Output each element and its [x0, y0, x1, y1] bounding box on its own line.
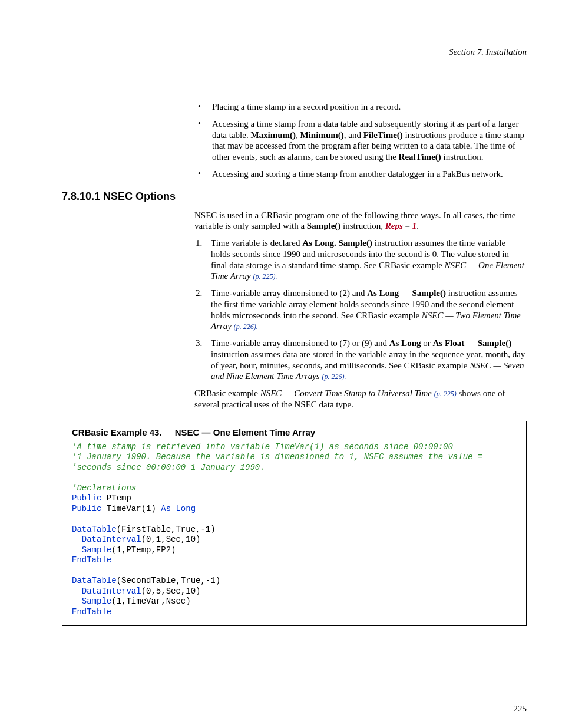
numbered-item: Time-variable array dimensioned to (2) a…	[194, 288, 527, 332]
page-ref-link[interactable]: (p. 225).	[253, 272, 277, 281]
text: —	[464, 338, 478, 348]
heading-number: 7.8.10.1	[62, 190, 100, 202]
page-ref-link[interactable]: (p. 225)	[434, 390, 457, 398]
text: Time-variable array dimensioned to (2) a…	[211, 288, 367, 298]
bullet-item: Accessing a time stamp from a data table…	[194, 118, 527, 163]
bold-term: Sample()	[412, 288, 446, 298]
page-ref-link[interactable]: (p. 226).	[234, 322, 258, 331]
bullet-item: Accessing and storing a time stamp from …	[194, 169, 527, 180]
bold-term: As Float	[432, 338, 464, 348]
text: instruction,	[340, 221, 385, 230]
text: =	[403, 221, 412, 230]
text: CRBasic example	[194, 388, 260, 398]
numbered-item: Time variable is declared As Long. Sampl…	[194, 238, 527, 282]
bold-term: Sample()	[478, 338, 512, 348]
example-title: CRBasic Example 43. NSEC — One Element T…	[62, 421, 526, 442]
page-ref-link[interactable]: (p. 226).	[322, 373, 346, 381]
bullet-list: Placing a time stamp in a second positio…	[194, 101, 527, 180]
content-column: Placing a time stamp in a second positio…	[194, 101, 527, 180]
example-ref: NSEC — Convert Time Stamp to Universal T…	[260, 388, 434, 398]
example-desc: NSEC — One Element Time Array	[175, 427, 315, 437]
bold-term: As Long	[367, 288, 399, 298]
text: or	[421, 338, 432, 348]
section-body: NSEC is used in a CRBasic program one of…	[194, 210, 527, 410]
page-number: 225	[514, 704, 527, 714]
running-header: Section 7. Installation	[62, 47, 527, 60]
reps-label: Reps	[385, 221, 403, 230]
bold-term: As Long. Sample()	[302, 238, 372, 248]
example-label: CRBasic Example 43.	[72, 427, 162, 437]
page: Section 7. Installation Placing a time s…	[0, 0, 562, 728]
text: —	[399, 288, 412, 298]
text: Time-variable array dimensioned to (7) o…	[211, 338, 389, 348]
section-heading: 7.8.10.1 NSEC Options	[62, 190, 527, 203]
bold-term: As Long	[389, 338, 421, 348]
code-block: 'A time stamp is retrieved into variable…	[62, 442, 526, 626]
text: Time variable is declared	[211, 238, 302, 248]
closing-paragraph: CRBasic example NSEC — Convert Time Stam…	[194, 388, 527, 410]
intro-paragraph: NSEC is used in a CRBasic program one of…	[194, 210, 527, 232]
numbered-list: Time variable is declared As Long. Sampl…	[194, 238, 527, 382]
text: .	[416, 221, 419, 230]
heading-title: NSEC Options	[103, 190, 176, 202]
bullet-item: Placing a time stamp in a second positio…	[194, 101, 527, 113]
numbered-item: Time-variable array dimensioned to (7) o…	[194, 338, 527, 382]
sample-fn: Sample()	[307, 221, 341, 230]
code-example-box: CRBasic Example 43. NSEC — One Element T…	[62, 421, 527, 627]
